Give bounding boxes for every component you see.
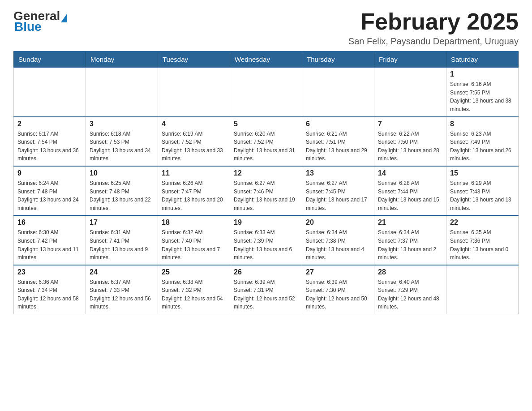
- day-number: 5: [234, 120, 298, 128]
- calendar-header-sunday: Sunday: [14, 51, 86, 67]
- day-number: 19: [234, 218, 298, 227]
- day-number: 23: [17, 268, 82, 276]
- day-number: 7: [378, 120, 442, 128]
- calendar-week-row: 2Sunrise: 6:17 AM Sunset: 7:54 PM Daylig…: [14, 117, 519, 166]
- calendar-day-cell: 21Sunrise: 6:34 AM Sunset: 7:37 PM Dayli…: [374, 215, 446, 265]
- calendar-day-cell: 22Sunrise: 6:35 AM Sunset: 7:36 PM Dayli…: [446, 215, 519, 265]
- day-info: Sunrise: 6:35 AM Sunset: 7:36 PM Dayligh…: [450, 228, 515, 261]
- day-number: 28: [378, 268, 442, 276]
- calendar-day-cell: 20Sunrise: 6:34 AM Sunset: 7:38 PM Dayli…: [302, 215, 374, 265]
- calendar-day-cell: [446, 265, 519, 314]
- day-info: Sunrise: 6:16 AM Sunset: 7:55 PM Dayligh…: [450, 80, 515, 113]
- day-info: Sunrise: 6:36 AM Sunset: 7:34 PM Dayligh…: [17, 278, 82, 311]
- calendar-day-cell: [158, 67, 230, 116]
- calendar-table: SundayMondayTuesdayWednesdayThursdayFrid…: [13, 51, 519, 314]
- calendar-header-thursday: Thursday: [302, 51, 374, 67]
- day-number: 4: [162, 120, 226, 128]
- day-number: 3: [90, 120, 154, 128]
- day-info: Sunrise: 6:28 AM Sunset: 7:44 PM Dayligh…: [378, 179, 442, 212]
- calendar-header-tuesday: Tuesday: [158, 51, 230, 67]
- day-info: Sunrise: 6:25 AM Sunset: 7:48 PM Dayligh…: [90, 179, 154, 212]
- day-number: 14: [378, 169, 442, 177]
- day-info: Sunrise: 6:34 AM Sunset: 7:37 PM Dayligh…: [378, 228, 442, 261]
- day-info: Sunrise: 6:19 AM Sunset: 7:52 PM Dayligh…: [162, 130, 226, 163]
- calendar-day-cell: 14Sunrise: 6:28 AM Sunset: 7:44 PM Dayli…: [374, 166, 446, 215]
- calendar-day-cell: 18Sunrise: 6:32 AM Sunset: 7:40 PM Dayli…: [158, 215, 230, 265]
- calendar-day-cell: [14, 67, 86, 116]
- day-number: 25: [162, 268, 226, 276]
- calendar-week-row: 9Sunrise: 6:24 AM Sunset: 7:48 PM Daylig…: [14, 166, 519, 215]
- logo-arrow-icon: [61, 13, 67, 22]
- day-info: Sunrise: 6:33 AM Sunset: 7:39 PM Dayligh…: [234, 228, 298, 261]
- main-title: February 2025: [348, 9, 519, 34]
- day-number: 11: [162, 169, 226, 177]
- logo-blue-container: [60, 12, 68, 21]
- day-number: 20: [306, 218, 370, 227]
- calendar-day-cell: 27Sunrise: 6:39 AM Sunset: 7:30 PM Dayli…: [302, 265, 374, 314]
- day-number: 10: [90, 169, 154, 177]
- day-number: 1: [450, 70, 515, 78]
- day-info: Sunrise: 6:30 AM Sunset: 7:42 PM Dayligh…: [17, 228, 82, 261]
- day-number: 12: [234, 169, 298, 177]
- day-number: 2: [17, 120, 82, 128]
- day-info: Sunrise: 6:26 AM Sunset: 7:47 PM Dayligh…: [162, 179, 226, 212]
- day-info: Sunrise: 6:39 AM Sunset: 7:31 PM Dayligh…: [234, 278, 298, 311]
- day-number: 24: [90, 268, 154, 276]
- calendar-header-saturday: Saturday: [446, 51, 519, 67]
- subtitle: San Felix, Paysandu Department, Uruguay: [348, 36, 519, 47]
- day-info: Sunrise: 6:29 AM Sunset: 7:43 PM Dayligh…: [450, 179, 515, 212]
- calendar-header-row: SundayMondayTuesdayWednesdayThursdayFrid…: [14, 51, 519, 67]
- day-info: Sunrise: 6:18 AM Sunset: 7:53 PM Dayligh…: [90, 130, 154, 163]
- page-header: General Blue February 2025 San Felix, Pa…: [13, 9, 519, 47]
- calendar-day-cell: 7Sunrise: 6:22 AM Sunset: 7:50 PM Daylig…: [374, 117, 446, 166]
- calendar-day-cell: [302, 67, 374, 116]
- calendar-day-cell: 15Sunrise: 6:29 AM Sunset: 7:43 PM Dayli…: [446, 166, 519, 215]
- day-info: Sunrise: 6:23 AM Sunset: 7:49 PM Dayligh…: [450, 130, 515, 163]
- day-number: 22: [450, 218, 515, 227]
- calendar-day-cell: 17Sunrise: 6:31 AM Sunset: 7:41 PM Dayli…: [86, 215, 158, 265]
- calendar-header-monday: Monday: [86, 51, 158, 67]
- calendar-day-cell: [374, 67, 446, 116]
- calendar-day-cell: [230, 67, 302, 116]
- day-info: Sunrise: 6:32 AM Sunset: 7:40 PM Dayligh…: [162, 228, 226, 261]
- calendar-week-row: 23Sunrise: 6:36 AM Sunset: 7:34 PM Dayli…: [14, 265, 519, 314]
- calendar-day-cell: 9Sunrise: 6:24 AM Sunset: 7:48 PM Daylig…: [14, 166, 86, 215]
- day-number: 16: [17, 218, 82, 227]
- day-info: Sunrise: 6:27 AM Sunset: 7:45 PM Dayligh…: [306, 179, 370, 212]
- calendar-day-cell: 26Sunrise: 6:39 AM Sunset: 7:31 PM Dayli…: [230, 265, 302, 314]
- calendar-week-row: 1Sunrise: 6:16 AM Sunset: 7:55 PM Daylig…: [14, 67, 519, 116]
- calendar-day-cell: 13Sunrise: 6:27 AM Sunset: 7:45 PM Dayli…: [302, 166, 374, 215]
- calendar-day-cell: 4Sunrise: 6:19 AM Sunset: 7:52 PM Daylig…: [158, 117, 230, 166]
- logo: General Blue: [13, 9, 68, 34]
- day-number: 9: [17, 169, 82, 177]
- calendar-header-wednesday: Wednesday: [230, 51, 302, 67]
- calendar-day-cell: 23Sunrise: 6:36 AM Sunset: 7:34 PM Dayli…: [14, 265, 86, 314]
- day-number: 13: [306, 169, 370, 177]
- day-info: Sunrise: 6:38 AM Sunset: 7:32 PM Dayligh…: [162, 278, 226, 311]
- day-number: 26: [234, 268, 298, 276]
- calendar-day-cell: 11Sunrise: 6:26 AM Sunset: 7:47 PM Dayli…: [158, 166, 230, 215]
- calendar-day-cell: 6Sunrise: 6:21 AM Sunset: 7:51 PM Daylig…: [302, 117, 374, 166]
- calendar-day-cell: 12Sunrise: 6:27 AM Sunset: 7:46 PM Dayli…: [230, 166, 302, 215]
- day-number: 8: [450, 120, 515, 128]
- day-info: Sunrise: 6:24 AM Sunset: 7:48 PM Dayligh…: [17, 179, 82, 212]
- calendar-day-cell: 19Sunrise: 6:33 AM Sunset: 7:39 PM Dayli…: [230, 215, 302, 265]
- calendar-day-cell: 1Sunrise: 6:16 AM Sunset: 7:55 PM Daylig…: [446, 67, 519, 116]
- day-info: Sunrise: 6:17 AM Sunset: 7:54 PM Dayligh…: [17, 130, 82, 163]
- day-number: 17: [90, 218, 154, 227]
- day-number: 21: [378, 218, 442, 227]
- calendar-header-friday: Friday: [374, 51, 446, 67]
- calendar-day-cell: 3Sunrise: 6:18 AM Sunset: 7:53 PM Daylig…: [86, 117, 158, 166]
- calendar-day-cell: 28Sunrise: 6:40 AM Sunset: 7:29 PM Dayli…: [374, 265, 446, 314]
- day-info: Sunrise: 6:27 AM Sunset: 7:46 PM Dayligh…: [234, 179, 298, 212]
- title-area: February 2025 San Felix, Paysandu Depart…: [348, 9, 519, 47]
- calendar-day-cell: 2Sunrise: 6:17 AM Sunset: 7:54 PM Daylig…: [14, 117, 86, 166]
- day-info: Sunrise: 6:37 AM Sunset: 7:33 PM Dayligh…: [90, 278, 154, 311]
- day-info: Sunrise: 6:21 AM Sunset: 7:51 PM Dayligh…: [306, 130, 370, 163]
- day-number: 27: [306, 268, 370, 276]
- day-info: Sunrise: 6:20 AM Sunset: 7:52 PM Dayligh…: [234, 130, 298, 163]
- calendar-day-cell: 24Sunrise: 6:37 AM Sunset: 7:33 PM Dayli…: [86, 265, 158, 314]
- calendar-day-cell: 25Sunrise: 6:38 AM Sunset: 7:32 PM Dayli…: [158, 265, 230, 314]
- day-info: Sunrise: 6:40 AM Sunset: 7:29 PM Dayligh…: [378, 278, 442, 311]
- calendar-day-cell: 5Sunrise: 6:20 AM Sunset: 7:52 PM Daylig…: [230, 117, 302, 166]
